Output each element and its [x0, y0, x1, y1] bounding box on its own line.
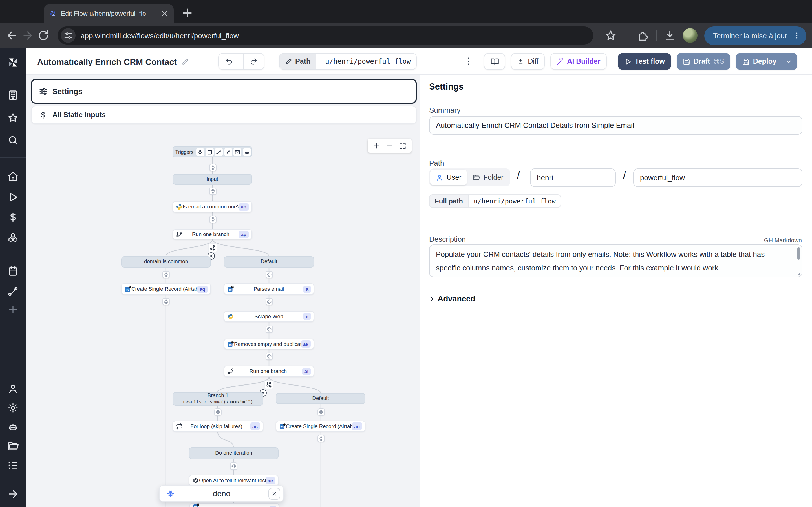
- settings-icon[interactable]: [7, 402, 18, 413]
- toggle-user[interactable]: User: [430, 170, 467, 185]
- home-icon[interactable]: [7, 171, 18, 182]
- webhook-icon[interactable]: [197, 148, 204, 156]
- more-options-kebab-icon[interactable]: [463, 56, 474, 66]
- add-branch-button[interactable]: [208, 243, 217, 252]
- runs-icon[interactable]: [7, 191, 18, 203]
- advanced-toggle[interactable]: Advanced: [428, 294, 475, 303]
- flow-node-for_loop[interactable]: For loop (skip failures)ac: [172, 421, 263, 432]
- workspace-icon[interactable]: [7, 90, 18, 101]
- back-icon[interactable]: [6, 29, 18, 42]
- insert-step-button[interactable]: [265, 298, 273, 305]
- schedules-icon[interactable]: [7, 265, 18, 277]
- tab-close-icon[interactable]: [160, 9, 169, 18]
- resize-handle-icon[interactable]: [797, 272, 801, 276]
- insert-step-button[interactable]: [265, 271, 273, 278]
- toggle-folder[interactable]: Folder: [467, 170, 509, 185]
- kafka-icon[interactable]: [224, 148, 232, 156]
- insert-step-button[interactable]: [209, 187, 216, 194]
- python-icon: [176, 203, 183, 210]
- browser-tab[interactable]: Edit Flow u/henri/powerful_flo: [44, 4, 174, 22]
- fit-view-icon[interactable]: [399, 142, 407, 150]
- flow-node-parses_email[interactable]: TSParses emaila: [224, 283, 314, 295]
- redo-button[interactable]: [243, 54, 264, 69]
- test-flow-button[interactable]: Test flow: [618, 53, 671, 70]
- flow-node-csr_an[interactable]: TSCreate Single Record (Airtable)an: [276, 421, 365, 432]
- insert-step-button[interactable]: [265, 352, 273, 360]
- variables-icon[interactable]: [7, 212, 18, 223]
- flow-title[interactable]: Automatically Enrich CRM Contact: [37, 57, 177, 66]
- bookmark-star-icon[interactable]: [605, 29, 617, 42]
- insert-step-button[interactable]: [162, 298, 169, 305]
- flow-node-triggers[interactable]: Triggers: [172, 147, 252, 157]
- summary-input[interactable]: Automatically Enrich CRM Contact Details…: [429, 116, 802, 135]
- new-tab-icon[interactable]: [181, 6, 194, 20]
- flow-node-bottom_sliver[interactable]: TS: [190, 503, 279, 507]
- search-icon[interactable]: [7, 135, 18, 146]
- flow-node-csr_aq[interactable]: TSCreate Single Record (Airtable)aq: [121, 283, 211, 295]
- reload-icon[interactable]: [37, 29, 50, 42]
- download-icon[interactable]: [663, 29, 676, 42]
- diff-button[interactable]: Diff: [511, 53, 545, 70]
- users-icon[interactable]: [7, 383, 18, 394]
- email-icon[interactable]: [234, 148, 242, 156]
- folders-icon[interactable]: [7, 441, 18, 452]
- insert-step-button[interactable]: [317, 408, 324, 415]
- flow-node-branch_default_1[interactable]: Default: [224, 256, 314, 268]
- path-chip[interactable]: Path u/henri/powerful_flow: [279, 53, 417, 70]
- flow-node-is_email[interactable]: Is email a common one?ao: [172, 201, 252, 212]
- zoom-in-icon[interactable]: [372, 142, 380, 150]
- insert-step-button[interactable]: [209, 216, 216, 223]
- owner-input[interactable]: henri: [530, 168, 616, 187]
- insert-step-button[interactable]: [317, 435, 324, 442]
- address-bar[interactable]: app.windmill.dev/flows/edit/u/henri/powe…: [57, 26, 593, 45]
- flow-node-branch_domain[interactable]: domain is common: [121, 256, 211, 268]
- close-icon[interactable]: [268, 488, 280, 499]
- add-branch-button[interactable]: [264, 380, 273, 389]
- flow-node-run1[interactable]: Run one branchap: [172, 229, 252, 239]
- insert-step-button[interactable]: [214, 408, 221, 415]
- flow-node-branch_default_2[interactable]: Default: [276, 393, 365, 404]
- browser-menu-kebab-icon[interactable]: [793, 32, 801, 40]
- undo-button[interactable]: [218, 54, 239, 69]
- site-settings-icon[interactable]: [61, 28, 75, 43]
- insert-step-button[interactable]: [162, 271, 169, 278]
- deploy-button[interactable]: Deploy: [736, 53, 797, 70]
- ai-builder-button[interactable]: AI Builder: [550, 53, 606, 70]
- all-static-inputs-box[interactable]: All Static Inputs: [31, 106, 417, 124]
- description-textarea[interactable]: Populate your CRM contacts' details from…: [429, 244, 802, 277]
- browser-avatar[interactable]: [682, 28, 697, 43]
- windmill-logo[interactable]: [6, 56, 20, 69]
- flow-node-removes_empty[interactable]: TSRemoves empty and duplicatesak: [224, 339, 314, 349]
- textarea-scrollbar[interactable]: [797, 247, 800, 260]
- flow-node-do_one_iteration[interactable]: Do one iteration: [189, 447, 278, 459]
- draft-button[interactable]: Draft⌘S: [677, 53, 730, 70]
- edit-title-pencil-icon[interactable]: [181, 58, 189, 65]
- zoom-out-icon[interactable]: [386, 142, 394, 150]
- deno-tooltip-card[interactable]: deno: [159, 485, 284, 502]
- forward-icon[interactable]: [21, 29, 34, 42]
- poll-icon[interactable]: [243, 148, 251, 156]
- audit-logs-icon[interactable]: [7, 460, 18, 471]
- insert-step-button[interactable]: [230, 462, 237, 469]
- docs-button[interactable]: [484, 53, 505, 70]
- insert-step-button[interactable]: [265, 325, 273, 333]
- deploy-dropdown[interactable]: [780, 54, 797, 69]
- schedule-icon[interactable]: [206, 148, 214, 156]
- resources-icon[interactable]: [7, 232, 18, 243]
- flow-node-branch_1[interactable]: Branch 1results.c.some((x)=>x!=""): [172, 392, 263, 406]
- add-icon[interactable]: [7, 304, 18, 315]
- flow-node-input[interactable]: Input: [172, 174, 252, 185]
- expand-sidebar-icon[interactable]: [7, 489, 18, 500]
- favorites-icon[interactable]: [7, 112, 18, 123]
- flow-node-run2[interactable]: Run one branchal: [224, 365, 314, 377]
- insert-step-button[interactable]: [209, 164, 216, 171]
- http-route-icon[interactable]: [215, 148, 223, 156]
- triggers-icon[interactable]: [7, 286, 18, 297]
- settings-nav-box[interactable]: Settings: [31, 79, 417, 104]
- workers-icon[interactable]: [7, 421, 18, 433]
- flow-name-input[interactable]: powerful_flow: [633, 168, 802, 187]
- browser-update-button[interactable]: Terminer la mise à jour: [704, 26, 806, 45]
- flow-node-scrape_web[interactable]: Scrape Webc: [224, 311, 314, 322]
- extensions-icon[interactable]: [637, 29, 649, 42]
- flow-node-openai[interactable]: Open AI to tell if relevant resultae: [189, 475, 278, 486]
